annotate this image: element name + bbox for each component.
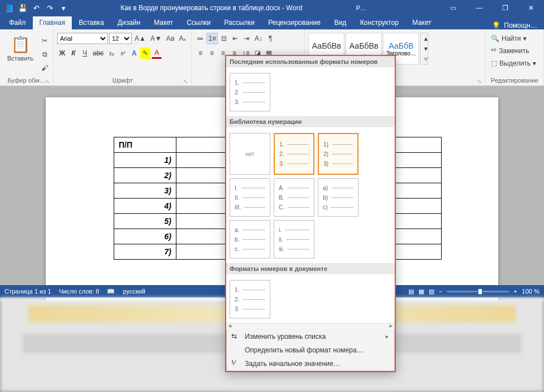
numbering-format-decimal-dot[interactable]: 1. 2. 3. [274, 133, 314, 175]
tab-mailings[interactable]: Рассылки [217, 16, 261, 29]
zoom-out-button[interactable]: − [439, 288, 442, 295]
tab-layout[interactable]: Макет [147, 16, 180, 29]
numbering-format-roman-upper[interactable]: I. II. III. [230, 178, 270, 217]
table-cell[interactable]: 7) [114, 244, 176, 260]
styles-scroll-up[interactable]: ▴ [421, 33, 431, 44]
italic-button[interactable]: К [68, 48, 79, 59]
font-color-button[interactable]: A [152, 48, 162, 59]
change-case-button[interactable]: Aa [165, 33, 176, 44]
save-button[interactable]: 💾 [17, 2, 28, 14]
font-family-combo[interactable]: Arial [57, 33, 108, 44]
table-cell[interactable]: 1) [114, 153, 176, 168]
numbering-dropdown: Последние использованные форматы номеров… [225, 55, 396, 372]
select-button[interactable]: ⬚ Выделить ▾ [489, 58, 540, 69]
styles-expand[interactable]: ▿ [421, 54, 431, 64]
format-painter-button[interactable]: 🖌 [40, 62, 50, 74]
table-cell[interactable]: 3) [114, 183, 176, 199]
tab-insert[interactable]: Вставка [72, 16, 111, 29]
panel-horizontal-scrollbar[interactable] [226, 323, 395, 330]
paste-label: Вставить [7, 55, 34, 62]
close-button[interactable]: ✕ [518, 0, 544, 16]
zoom-slider[interactable] [447, 291, 509, 292]
strikethrough-button[interactable]: abc [91, 48, 105, 59]
zoom-level[interactable]: 100 % [522, 288, 539, 295]
undo-button[interactable]: ↶ [31, 2, 42, 14]
superscript-button[interactable]: x² [118, 48, 128, 59]
tell-me[interactable]: Помощн… [504, 21, 537, 29]
show-marks-button[interactable]: ¶ [265, 33, 275, 44]
numbering-format-doc-1[interactable]: 1. 2. 3. [230, 280, 270, 318]
highlight-button[interactable]: ✎ [140, 48, 150, 59]
numbering-format-none[interactable]: нет [230, 133, 270, 175]
clipboard-launcher[interactable]: ⤡ [45, 79, 50, 84]
word-icon: 📘 [3, 2, 15, 14]
increase-indent-button[interactable]: ⇥ [241, 33, 252, 44]
numbering-library-header: Библиотека нумерации [226, 116, 395, 127]
tab-table-layout[interactable]: Макет [405, 16, 438, 29]
tell-me-icon: 💡 [492, 21, 500, 29]
view-read-mode[interactable]: ▤ [408, 288, 414, 295]
decrease-indent-button[interactable]: ⇤ [230, 33, 240, 44]
table-cell[interactable]: 6) [114, 229, 176, 244]
font-launcher[interactable]: ⤡ [183, 79, 188, 84]
align-center-button[interactable]: ≡ [206, 48, 217, 59]
status-word-count[interactable]: Число слов: 8 [59, 288, 99, 295]
styles-scroll-down[interactable]: ▾ [421, 44, 431, 54]
clear-formatting-button[interactable]: Aₓ [177, 33, 188, 44]
define-new-number-format-item[interactable]: Определить новый формат номера… [227, 343, 394, 357]
tab-table-design[interactable]: Конструктор [353, 16, 405, 29]
change-list-level-item[interactable]: ⇆ Изменить уровень списка ▸ [227, 330, 394, 343]
tab-references[interactable]: Ссылки [180, 16, 217, 29]
tab-review[interactable]: Рецензирование [261, 16, 327, 29]
styles-launcher[interactable]: ⤡ [477, 79, 482, 84]
status-page[interactable]: Страница 1 из 1 [5, 288, 51, 295]
tab-file[interactable]: Файл [2, 16, 33, 29]
shrink-font-button[interactable]: A▼ [149, 33, 163, 44]
numbering-format-letter-lower[interactable]: a. b. c. [230, 220, 270, 259]
status-language[interactable]: русский [123, 288, 145, 295]
cut-button[interactable]: ✂ [40, 35, 50, 46]
table-cell[interactable]: 2) [114, 168, 176, 183]
multilevel-list-button[interactable]: ⊟ [219, 33, 229, 44]
table-header-cell[interactable]: П/П [114, 137, 176, 153]
font-size-combo[interactable]: 12 [109, 33, 132, 44]
bold-button[interactable]: Ж [57, 48, 67, 59]
numbering-format-recent-1[interactable]: 1. 2. 3. [230, 73, 270, 111]
indent-icon: ⇆ [231, 332, 237, 340]
subscript-button[interactable]: x₂ [106, 48, 116, 59]
view-web-layout[interactable]: ▨ [429, 288, 434, 295]
restore-button[interactable]: ❐ [492, 0, 518, 16]
text-effects-button[interactable]: A [129, 48, 139, 59]
view-print-layout[interactable]: ▦ [418, 288, 424, 295]
ribbon-tabs: Файл Главная Вставка Дизайн Макет Ссылки… [0, 16, 544, 29]
copy-button[interactable]: ⧉ [40, 49, 50, 60]
zoom-in-button[interactable]: + [513, 288, 517, 295]
grow-font-button[interactable]: A▲ [133, 33, 148, 44]
status-spellcheck-icon[interactable]: 📖 [107, 288, 115, 295]
numbering-button[interactable]: 1≡ [206, 33, 218, 44]
minimize-button[interactable]: — [466, 0, 492, 16]
bullets-button[interactable]: ≔ [195, 33, 205, 44]
table-cell[interactable]: 5) [114, 214, 176, 229]
align-left-button[interactable]: ≡ [195, 48, 205, 59]
tab-home[interactable]: Главная [33, 16, 72, 29]
tab-view[interactable]: Вид [327, 16, 353, 29]
ribbon-display-options[interactable]: ▭ [440, 0, 466, 16]
paste-icon: 📋 [11, 35, 31, 54]
group-font-label: Шрифт⤡ [57, 76, 188, 85]
qat-customize[interactable]: ▾ [58, 2, 69, 14]
numbering-format-letter-upper[interactable]: A. B. C. [274, 178, 314, 217]
numbering-format-roman-lower[interactable]: i. ii. iii. [274, 220, 314, 259]
replace-button[interactable]: ᵃᵇ Заменить [489, 45, 540, 57]
numbering-context-menu: ⇆ Изменить уровень списка ▸ Определить н… [226, 330, 395, 371]
redo-button[interactable]: ↷ [44, 2, 55, 14]
numbering-format-letter-lower-paren[interactable]: a) b) c) [318, 178, 359, 217]
find-button[interactable]: 🔍 Найти ▾ [489, 33, 540, 44]
tab-design[interactable]: Дизайн [111, 16, 147, 29]
table-cell[interactable]: 4) [114, 199, 176, 214]
numbering-format-decimal-paren[interactable]: 1) 2) 3) [318, 133, 359, 175]
sort-button[interactable]: A↓ [253, 33, 264, 44]
set-numbering-value-item[interactable]: ⅟ Задать начальное значение… [227, 357, 394, 371]
underline-button[interactable]: Ч [80, 48, 90, 59]
paste-button[interactable]: 📋 Вставить [3, 33, 37, 62]
